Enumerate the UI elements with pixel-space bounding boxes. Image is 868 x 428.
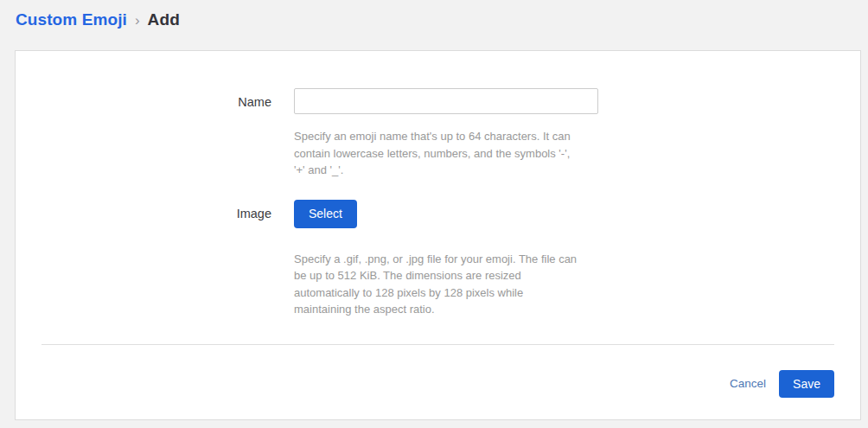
add-emoji-card: Name Specify an emoji name that's up to … bbox=[15, 50, 861, 420]
name-form-group: Name Specify an emoji name that's up to … bbox=[41, 88, 834, 179]
image-label: Image bbox=[41, 200, 294, 318]
select-image-button[interactable]: Select bbox=[294, 200, 357, 228]
breadcrumb-current-add: Add bbox=[148, 10, 180, 29]
cancel-link[interactable]: Cancel bbox=[730, 377, 766, 390]
breadcrumb-link-custom-emoji[interactable]: Custom Emoji bbox=[16, 10, 127, 29]
emoji-name-input[interactable] bbox=[294, 88, 598, 114]
save-button[interactable]: Save bbox=[779, 370, 834, 398]
form-footer: Cancel Save bbox=[41, 370, 834, 398]
footer-divider bbox=[41, 344, 834, 345]
image-form-group: Image Select Specify a .gif, .png, or .j… bbox=[41, 200, 834, 318]
add-emoji-form: Name Specify an emoji name that's up to … bbox=[16, 51, 860, 398]
name-help-text: Specify an emoji name that's up to 64 ch… bbox=[294, 128, 598, 179]
breadcrumb-chevron-icon: › bbox=[135, 11, 140, 29]
breadcrumb: Custom Emoji › Add bbox=[0, 0, 868, 50]
image-help-text: Specify a .gif, .png, or .jpg file for y… bbox=[294, 251, 598, 318]
name-label: Name bbox=[41, 88, 294, 179]
